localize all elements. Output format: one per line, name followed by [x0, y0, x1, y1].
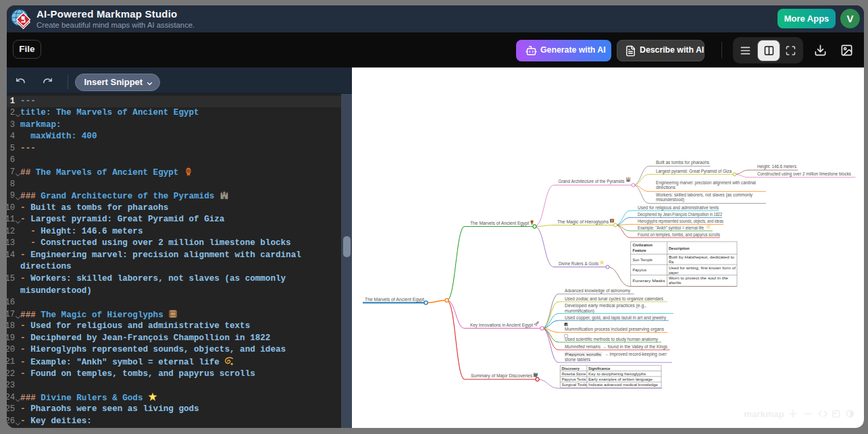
- svg-text:afterlife: afterlife: [669, 281, 681, 285]
- svg-text:Grand Architecture of the Pyra: Grand Architecture of the Pyramids: [559, 179, 625, 184]
- svg-text:markmap: markmap: [744, 409, 784, 419]
- svg-text:Largest pyramid: Great Pyramid: Largest pyramid: Great Pyramid of Giza: [656, 169, 732, 174]
- svg-text:Indicate advanced medical know: Indicate advanced medical knowledge: [588, 383, 658, 387]
- svg-text:Sun Temple: Sun Temple: [633, 258, 653, 262]
- svg-text:Constructed using over 2 milli: Constructed using over 2 million limesto…: [757, 171, 851, 177]
- svg-text:directions: directions: [656, 185, 675, 190]
- svg-text:The Marvels of Ancient Egypt: The Marvels of Ancient Egypt: [365, 297, 424, 302]
- svg-text:Deciphered by Jean-François Ch: Deciphered by Jean-François Champollion …: [638, 212, 722, 217]
- svg-text:The Magic of Hieroglyphs: The Magic of Hieroglyphs: [557, 219, 609, 225]
- svg-text:Early examples of written lang: Early examples of written language: [588, 377, 653, 381]
- svg-text:Significance: Significance: [588, 367, 610, 371]
- svg-text:mummification): mummification): [565, 308, 594, 314]
- svg-text:Hieroglyphs represented sounds: Hieroglyphs represented sounds, objects,…: [638, 219, 723, 224]
- svg-text:misunderstood): misunderstood): [656, 197, 684, 202]
- svg-text:paper: paper: [669, 271, 678, 275]
- svg-text:Height: 146.6 meters: Height: 146.6 meters: [757, 164, 796, 169]
- svg-text:Discovery: Discovery: [562, 367, 580, 371]
- svg-text:Key Innovations in Ancient Egy: Key Innovations in Ancient Egypt: [470, 323, 533, 328]
- svg-text:Papyrus: Papyrus: [633, 268, 647, 272]
- svg-text:Surgical Tools: Surgical Tools: [562, 383, 587, 387]
- svg-text:Description: Description: [669, 246, 690, 250]
- svg-text:Built by Hatshepsut, dedicated: Built by Hatshepsut, dedicated to: [669, 255, 734, 259]
- svg-text:Summary of Major Discoveries: Summary of Major Discoveries: [471, 373, 532, 379]
- svg-text:Worn to protect the soul in th: Worn to protect the soul in the: [669, 276, 728, 280]
- svg-text:Rosetta Stone: Rosetta Stone: [562, 372, 586, 376]
- svg-text:Mummified remains: Mummified remains: [565, 344, 601, 349]
- svg-text:Used zodiac and lunar cycles t: Used zodiac and lunar cycles to organize…: [565, 296, 663, 302]
- svg-text:Example: "Ankh" symbol = etern: Example: "Ankh" symbol = eternal life: [638, 225, 704, 231]
- svg-text:→ improved record-keeping over: → improved record-keeping over: [605, 352, 667, 357]
- svg-text:Divine Rulers & Gods: Divine Rulers & Gods: [559, 261, 598, 266]
- svg-text:Key to deciphering hieroglyphs: Key to deciphering hieroglyphs: [588, 372, 646, 376]
- svg-text:Found on temples, tombs, and p: Found on temples, tombs, and papyrus scr…: [638, 232, 720, 238]
- svg-text:Mummification process included: Mummification process included preservin…: [565, 327, 664, 332]
- svg-text:Ra: Ra: [669, 260, 674, 264]
- svg-text:Funerary Masks: Funerary Masks: [633, 279, 665, 283]
- svg-text:Used for writing, first known: Used for writing, first known form of: [669, 266, 736, 270]
- svg-text:Civilization: Civilization: [633, 243, 653, 247]
- svg-text:Feature: Feature: [633, 248, 646, 252]
- svg-text:Used for religious and adminis: Used for religious and administrative te…: [638, 205, 719, 211]
- svg-text:The Marvels of Ancient Egypt: The Marvels of Ancient Egypt: [470, 221, 529, 226]
- svg-text:Papyrus scrolls: Papyrus scrolls: [565, 352, 602, 356]
- svg-text:Used scientific methods to stu: Used scientific methods to study human a…: [565, 337, 659, 342]
- svg-text:Papyrus Texts: Papyrus Texts: [562, 377, 586, 381]
- svg-text:Used copper, gold, and lapis l: Used copper, gold, and lapis lazuli in a…: [565, 315, 667, 321]
- svg-text:Built as tombs for pharaohs: Built as tombs for pharaohs: [656, 160, 709, 165]
- svg-text:→ found in the Valley of the K: → found in the Valley of the Kings: [603, 344, 668, 350]
- svg-text:stone tablets: stone tablets: [565, 357, 590, 362]
- svg-text:Advanced knowledge of astronom: Advanced knowledge of astronomy: [565, 288, 631, 294]
